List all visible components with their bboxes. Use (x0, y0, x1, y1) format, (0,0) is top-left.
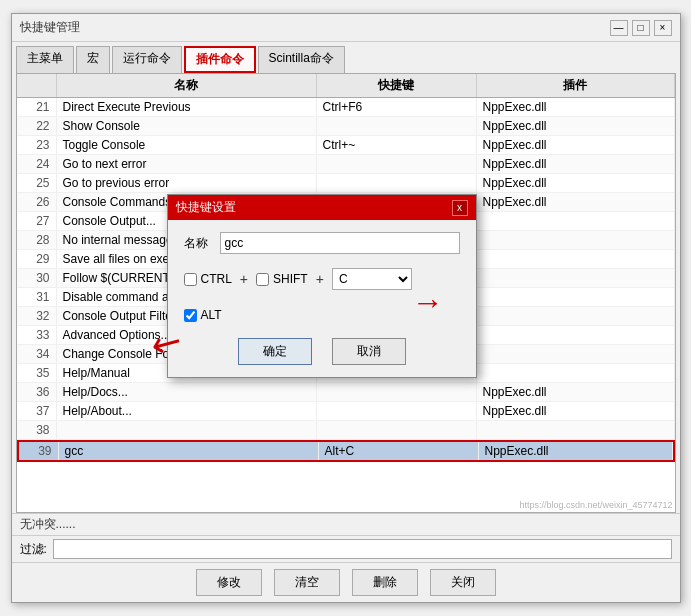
cell-num: 30 (17, 269, 57, 287)
dialog-confirm-button[interactable]: 确定 (238, 338, 312, 365)
cell-num: 26 (17, 193, 57, 211)
clear-button[interactable]: 清空 (274, 569, 340, 596)
key-select[interactable]: C A B D (332, 268, 412, 290)
filter-label: 过滤: (20, 541, 47, 558)
cell-plugin: NppExec.dll (477, 193, 675, 211)
cell-name: Help/Docs... (57, 383, 317, 401)
cell-num: 25 (17, 174, 57, 192)
cell-num: 37 (17, 402, 57, 420)
table-row[interactable]: 22 Show Console NppExec.dll (17, 117, 675, 136)
close-button[interactable]: × (654, 20, 672, 36)
cell-plugin: NppExec.dll (477, 402, 675, 420)
filter-input[interactable] (53, 539, 672, 559)
dialog-name-row: 名称 (184, 232, 460, 254)
shift-label: SHIFT (273, 272, 308, 286)
bottom-buttons: 修改 清空 删除 关闭 (12, 562, 680, 602)
titlebar: 快捷键管理 — □ × (12, 14, 680, 42)
close-button-bottom[interactable]: 关闭 (430, 569, 496, 596)
cell-plugin: NppExec.dll (477, 117, 675, 135)
status-bar: 无冲突...... (12, 513, 680, 535)
tab-main-menu[interactable]: 主菜单 (16, 46, 74, 73)
table-row[interactable]: 24 Go to next error NppExec.dll (17, 155, 675, 174)
delete-button[interactable]: 删除 (352, 569, 418, 596)
ctrl-checkbox[interactable] (184, 273, 197, 286)
cell-name: Show Console (57, 117, 317, 135)
dialog-name-label: 名称 (184, 235, 212, 252)
cell-plugin (477, 212, 675, 230)
cell-shortcut: Ctrl+F6 (317, 98, 477, 116)
cell-shortcut: Ctrl+~ (317, 136, 477, 154)
shift-checkbox[interactable] (256, 273, 269, 286)
cell-name: gcc (59, 442, 319, 460)
cell-num: 35 (17, 364, 57, 382)
cell-plugin (477, 307, 675, 325)
cell-plugin: NppExec.dll (479, 442, 673, 460)
table-header: 名称 快捷键 插件 (17, 74, 675, 98)
window-title: 快捷键管理 (20, 19, 80, 36)
cell-plugin (477, 364, 675, 382)
cell-shortcut: Alt+C (319, 442, 479, 460)
cell-shortcut (317, 421, 477, 439)
cell-plugin: NppExec.dll (477, 98, 675, 116)
cell-plugin (477, 345, 675, 363)
shortcut-table: 名称 快捷键 插件 21 Direct Execute Previous Ctr… (16, 73, 676, 513)
col-name: 名称 (57, 74, 317, 97)
maximize-button[interactable]: □ (632, 20, 650, 36)
main-window: 快捷键管理 — □ × 主菜单 宏 运行命令 插件命令 Scintilla命令 … (11, 13, 681, 603)
cell-shortcut (317, 155, 477, 173)
table-row[interactable]: 36 Help/Docs... NppExec.dll (17, 383, 675, 402)
dialog-name-input[interactable] (220, 232, 460, 254)
plus-sign-1: + (240, 271, 248, 287)
table-row[interactable]: 23 Toggle Console Ctrl+~ NppExec.dll (17, 136, 675, 155)
cell-num: 29 (17, 250, 57, 268)
cell-shortcut (317, 117, 477, 135)
cell-name: Go to next error (57, 155, 317, 173)
dialog-titlebar: 快捷键设置 x (168, 195, 476, 220)
dialog-close-button[interactable]: x (452, 200, 468, 216)
cell-name (57, 421, 317, 439)
plus-sign-2: + (316, 271, 324, 287)
modify-button[interactable]: 修改 (196, 569, 262, 596)
cell-name: Toggle Console (57, 136, 317, 154)
tab-run-command[interactable]: 运行命令 (112, 46, 182, 73)
cell-num: 27 (17, 212, 57, 230)
cell-num: 34 (17, 345, 57, 363)
dialog-buttons: 确定 取消 (184, 338, 460, 365)
titlebar-controls: — □ × (610, 20, 672, 36)
ctrl-label: CTRL (201, 272, 232, 286)
shift-checkbox-group: SHIFT (256, 272, 308, 286)
table-row[interactable]: 38 (17, 421, 675, 440)
cell-num: 23 (17, 136, 57, 154)
alt-label: ALT (201, 308, 222, 322)
cell-num: 36 (17, 383, 57, 401)
cell-num: 28 (17, 231, 57, 249)
col-plugin: 插件 (477, 74, 675, 97)
cell-plugin: NppExec.dll (477, 136, 675, 154)
table-row[interactable]: 39 gcc Alt+C NppExec.dll (17, 440, 675, 462)
cell-name: Go to previous error (57, 174, 317, 192)
cell-num: 24 (17, 155, 57, 173)
cell-plugin (477, 288, 675, 306)
ctrl-checkbox-group: CTRL (184, 272, 232, 286)
tab-plugin-command[interactable]: 插件命令 (184, 46, 256, 73)
table-row[interactable]: 25 Go to previous error NppExec.dll (17, 174, 675, 193)
minimize-button[interactable]: — (610, 20, 628, 36)
dialog-cancel-button[interactable]: 取消 (332, 338, 406, 365)
tab-scintilla[interactable]: Scintilla命令 (258, 46, 345, 73)
cell-plugin (477, 421, 675, 439)
cell-num: 21 (17, 98, 57, 116)
table-row[interactable]: 21 Direct Execute Previous Ctrl+F6 NppEx… (17, 98, 675, 117)
watermark: https://blog.csdn.net/weixin_45774712 (519, 500, 672, 510)
cell-num: 31 (17, 288, 57, 306)
alt-checkbox[interactable] (184, 309, 197, 322)
tab-macro[interactable]: 宏 (76, 46, 110, 73)
col-num (17, 74, 57, 97)
cell-plugin: NppExec.dll (477, 174, 675, 192)
table-row[interactable]: 37 Help/About... NppExec.dll (17, 402, 675, 421)
alt-checkbox-row: ALT (184, 304, 460, 326)
dialog-body: 名称 CTRL + SHIFT + C A (168, 220, 476, 377)
cell-num: 22 (17, 117, 57, 135)
col-shortcut: 快捷键 (317, 74, 477, 97)
filter-bar: 过滤: (12, 535, 680, 562)
cell-plugin (477, 231, 675, 249)
